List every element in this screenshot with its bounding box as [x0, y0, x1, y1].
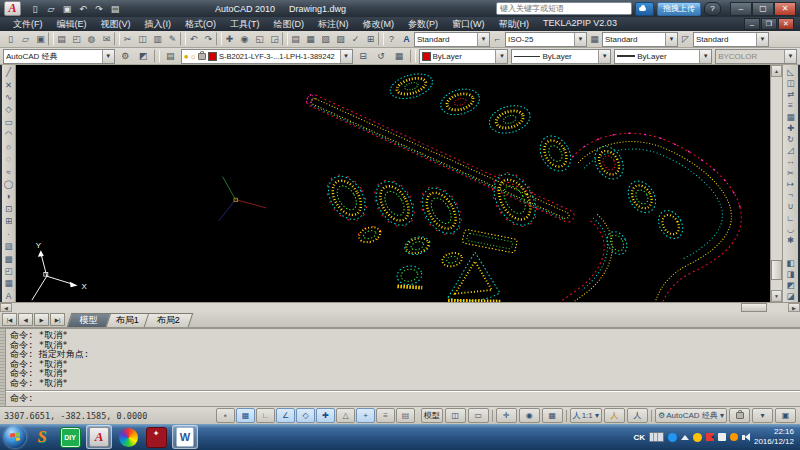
paste-icon[interactable]: ▥	[150, 32, 165, 47]
text-style-combo[interactable]: Standard ▼	[414, 32, 490, 47]
steeringwheel-icon[interactable]: ▦	[542, 408, 563, 423]
layer-color-swatch[interactable]	[208, 52, 217, 61]
rectangle-icon[interactable]: ▭	[3, 116, 15, 128]
annotation-visibility-icon[interactable]: 人	[604, 408, 625, 423]
qat-save-icon[interactable]: ▣	[60, 3, 74, 15]
table-style-combo[interactable]: Standard ▼	[602, 32, 678, 47]
layer-previous-icon[interactable]: ↺	[374, 49, 389, 64]
plot-icon[interactable]: ▤	[54, 32, 69, 47]
cloud-icon[interactable]	[635, 2, 654, 16]
chevron-down-icon[interactable]: ▼	[598, 50, 610, 63]
menu-item[interactable]: 帮助(H)	[492, 18, 537, 31]
menu-item[interactable]: 编辑(E)	[50, 18, 94, 31]
menu-item[interactable]: 工具(T)	[223, 18, 267, 31]
cut-icon[interactable]: ✂	[120, 32, 135, 47]
scale-icon[interactable]: ◿	[785, 145, 797, 156]
menu-item[interactable]: TEKLA2PIP V2.03	[536, 18, 624, 31]
tab-layout2[interactable]: 布局2	[144, 313, 194, 327]
mirror-icon[interactable]: ⇄	[785, 88, 797, 99]
ellipse-arc-icon[interactable]: ◗	[3, 190, 15, 202]
gradient-icon[interactable]: ▩	[3, 252, 15, 264]
start-button[interactable]	[4, 426, 26, 448]
menu-item[interactable]: 窗口(W)	[445, 18, 492, 31]
chevron-down-icon[interactable]: ▼	[665, 33, 677, 46]
table-style-icon[interactable]: ▦	[587, 32, 602, 47]
rotate-icon[interactable]: ↻	[785, 133, 797, 144]
markup-icon[interactable]: ✓	[348, 32, 363, 47]
chevron-down-icon[interactable]: ▼	[102, 50, 114, 63]
sheetset-icon[interactable]: ▨	[333, 32, 348, 47]
pan-icon[interactable]: ✚	[222, 32, 237, 47]
lwt-toggle[interactable]: ≡	[376, 408, 395, 423]
zoom-previous-icon[interactable]: ◲	[267, 32, 282, 47]
workspace-combo[interactable]: AutoCAD 经典 ▼	[3, 49, 115, 64]
redo-icon[interactable]: ↷	[201, 32, 216, 47]
properties-icon[interactable]: ▤	[288, 32, 303, 47]
qat-new-icon[interactable]: ▯	[28, 3, 42, 15]
designcenter-icon[interactable]: ▦	[303, 32, 318, 47]
qat-plot-icon[interactable]: ▤	[108, 3, 122, 15]
mleader-style-icon[interactable]: ◸	[678, 32, 693, 47]
explode-icon[interactable]: ✱	[785, 235, 797, 246]
tab-nav-prev[interactable]: ◀	[18, 313, 33, 326]
menu-item[interactable]: 标注(N)	[311, 18, 356, 31]
vertical-scroll-thumb[interactable]	[771, 260, 782, 280]
ime-indicator[interactable]: CK	[633, 433, 645, 442]
line-icon[interactable]: ╱	[3, 66, 15, 78]
zoom-window-icon[interactable]: ◱	[252, 32, 267, 47]
quickcalc-icon[interactable]: ⊞	[363, 32, 378, 47]
draworder-front-icon[interactable]: ◧	[785, 257, 797, 268]
quick-view-layouts-icon[interactable]: ◫	[445, 408, 466, 423]
help-icon[interactable]: ?	[384, 32, 399, 47]
tray-blue-icon[interactable]	[668, 433, 677, 442]
extend-icon[interactable]: ↦	[785, 178, 797, 189]
show-hidden-icons[interactable]	[681, 435, 689, 440]
make-block-icon[interactable]: ⊞	[3, 215, 15, 227]
copy-object-icon[interactable]: ◫	[785, 77, 797, 88]
upload-button[interactable]: 拖拽上传	[657, 2, 701, 16]
horizontal-scrollbar[interactable]: ◀ ▶	[0, 302, 800, 312]
qp-toggle[interactable]: ▤	[396, 408, 415, 423]
break-icon[interactable]: ¬	[785, 190, 797, 201]
tray-flag-icon[interactable]	[706, 433, 714, 441]
polygon-icon[interactable]: ◇	[3, 103, 15, 115]
minimize-button[interactable]: –	[730, 2, 752, 16]
taskbar-clock[interactable]: 22:16 2016/12/12	[754, 427, 796, 447]
qat-open-icon[interactable]: ▱	[44, 3, 58, 15]
taskbar-word-icon[interactable]: W	[172, 425, 198, 449]
layer-freeze-icon[interactable]: ☼	[190, 52, 197, 61]
ducs-toggle[interactable]: △	[336, 408, 355, 423]
undo-icon[interactable]: ↶	[186, 32, 201, 47]
dim-style-icon[interactable]: ⌐	[490, 32, 505, 47]
quick-view-drawings-icon[interactable]: ▭	[468, 408, 489, 423]
chevron-down-icon[interactable]: ▼	[495, 50, 507, 63]
menu-item[interactable]: 插入(I)	[138, 18, 179, 31]
volume-icon[interactable]	[742, 433, 750, 441]
dyn-toggle[interactable]: +	[356, 408, 375, 423]
otrack-toggle[interactable]: ✚	[316, 408, 335, 423]
taskbar-autocad-icon[interactable]: A	[86, 425, 112, 449]
plot-preview-icon[interactable]: ◰	[69, 32, 84, 47]
array-icon[interactable]: ▦	[785, 111, 797, 122]
layer-properties-icon[interactable]: ▤	[163, 49, 178, 64]
layer-lock-icon[interactable]	[198, 53, 206, 60]
taskbar-sogou-icon[interactable]: S	[30, 426, 54, 448]
zoom-realtime-icon[interactable]: ◉	[237, 32, 252, 47]
qat-undo-icon[interactable]: ↶	[76, 3, 90, 15]
tab-nav-first[interactable]: |◀	[2, 313, 17, 326]
pan-icon[interactable]: ✛	[496, 408, 517, 423]
fillet-icon[interactable]: ◡	[785, 223, 797, 234]
taskbar-pinwheel-icon[interactable]	[116, 426, 140, 448]
doc-restore-button[interactable]: ❐	[761, 18, 777, 30]
linetype-combo[interactable]: ByLayer ▼	[511, 49, 611, 64]
model-space-button[interactable]: 模型	[421, 408, 443, 423]
chevron-down-icon[interactable]: ▼	[477, 33, 489, 46]
workspace-switch-button[interactable]: ⚙ AutoCAD 经典 ▾	[655, 408, 727, 423]
doc-minimize-button[interactable]: –	[744, 18, 760, 30]
coordinate-readout[interactable]: 3307.6651, -382.1585, 0.0000	[4, 411, 174, 421]
menu-item[interactable]: 修改(M)	[356, 18, 402, 31]
scroll-up-icon[interactable]: ▲	[771, 65, 782, 77]
ellipse-icon[interactable]: ◯	[3, 178, 15, 190]
vertical-scroll-track[interactable]	[771, 77, 782, 290]
taskbar-media-icon[interactable]: ✦	[144, 426, 168, 448]
